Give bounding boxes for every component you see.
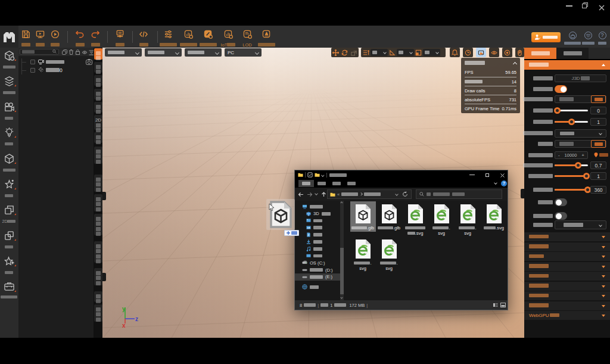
svg-text:y: y	[122, 306, 126, 312]
svg-text:x: x	[122, 322, 126, 328]
svg-text:z: z	[135, 316, 138, 322]
